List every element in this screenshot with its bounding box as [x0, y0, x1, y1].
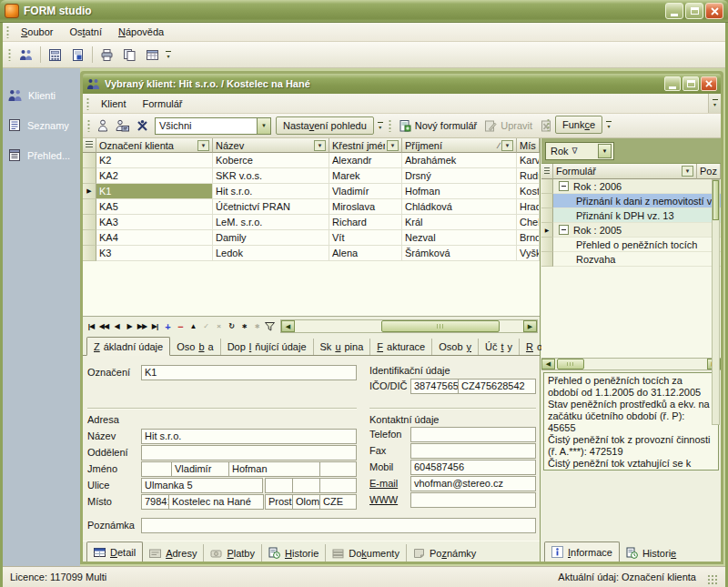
column-header-oznaceni[interactable]: Označení klienta▼ — [96, 138, 213, 153]
print-toolbar-button[interactable] — [96, 45, 118, 65]
form-item-label[interactable]: Přiznání k dani z nemovitostí vz — [553, 194, 721, 208]
menu-klient[interactable]: Klient — [93, 96, 135, 112]
collapse-icon[interactable] — [559, 181, 569, 191]
cell[interactable]: Vyšk — [517, 246, 540, 261]
nav-post-button[interactable]: ✓ — [199, 319, 212, 334]
tree-group-row[interactable]: ▶ Rok : 2005 — [541, 223, 721, 238]
tab-detail[interactable]: Detail — [86, 541, 143, 562]
tab-osoba[interactable]: Osoba — [170, 339, 219, 355]
tab-doplnujici-udaje[interactable]: Doplňující údaje — [220, 339, 313, 355]
group-field-rok[interactable]: Rok ∇ ▼ — [545, 142, 614, 160]
tree-item-row[interactable]: Rozvaha — [541, 252, 721, 267]
column-header-misto[interactable]: Místo — [517, 138, 540, 153]
scrollbar-track[interactable] — [555, 359, 707, 369]
grid-horizontal-scrollbar[interactable]: ◀ ▶ — [280, 319, 538, 333]
ulice-co-field[interactable] — [292, 478, 320, 493]
clients-toolbar-button[interactable] — [15, 45, 37, 65]
filter-dropdown-icon[interactable]: ▼ — [598, 144, 612, 158]
cell[interactable]: Damily — [213, 230, 329, 246]
view-filter-combobox[interactable]: Všichni ▼ — [155, 117, 271, 135]
poznamka-field[interactable] — [141, 518, 536, 533]
grid-row[interactable]: KA3 LeM. s.r.o. Richard Král Cheb — [83, 215, 540, 230]
misto-field[interactable]: Kostelec na Hané — [168, 494, 264, 510]
client-card-button[interactable] — [112, 116, 133, 136]
client-maximize-button[interactable] — [682, 76, 699, 91]
tree-group-row[interactable]: Rok : 2006 — [541, 179, 721, 194]
functions-button[interactable]: Funkce — [555, 116, 602, 134]
jmeno-field[interactable]: Vladimír — [171, 461, 229, 477]
column-chooser-button[interactable] — [83, 138, 96, 153]
tree-item-row[interactable]: Přiznání k DPH vz. 13 — [541, 208, 721, 223]
scroll-left-button[interactable]: ◀ — [541, 359, 555, 369]
cell[interactable]: Kost — [517, 184, 540, 199]
tab-historie-panel[interactable]: Historie — [620, 544, 682, 562]
tab-osoby[interactable]: Osoby — [431, 339, 478, 355]
cell[interactable]: Chládková — [402, 199, 517, 215]
cell[interactable]: Koberce — [213, 153, 329, 168]
cell[interactable]: Hofman — [402, 184, 517, 199]
mobil-field[interactable]: 604587456 — [410, 460, 536, 475]
grid-row[interactable]: KA4 Damily Vít Nezval Brno — [83, 230, 540, 246]
titul-pred-field[interactable] — [141, 461, 172, 477]
filter-dropdown-icon[interactable]: ▼ — [501, 140, 513, 151]
collapse-icon[interactable] — [559, 225, 569, 235]
forms-toolbar-button[interactable] — [66, 45, 89, 65]
copies-toolbar-button[interactable] — [118, 45, 141, 65]
form-item-label[interactable]: Přiznání k DPH vz. 13 — [553, 208, 721, 223]
menu-formular[interactable]: Formulář — [135, 96, 191, 112]
grid-row[interactable]: KA5 Účetnictví PRAN Miroslava Chládková … — [83, 199, 540, 215]
nav-last-button[interactable]: ▶| — [148, 319, 161, 334]
minimize-button[interactable] — [665, 3, 683, 19]
cell[interactable]: Richard — [329, 215, 402, 230]
cell[interactable]: Král — [402, 215, 517, 230]
www-field[interactable] — [410, 492, 536, 508]
nav-next-button[interactable]: ▶ — [123, 319, 136, 334]
filter-dropdown-icon[interactable]: ▼ — [387, 140, 399, 151]
cell[interactable]: KA5 — [96, 199, 213, 215]
cell[interactable]: Abrahámek — [402, 153, 517, 168]
toolbar-overflow-button[interactable]: ▾ — [164, 46, 173, 64]
toolbar-grip[interactable] — [8, 48, 11, 61]
ulice-ext-field[interactable] — [319, 478, 357, 493]
okres-field[interactable]: Prost — [265, 494, 293, 510]
cell[interactable]: Drsný — [402, 168, 517, 184]
forms-vertical-scrollbar[interactable] — [712, 179, 720, 425]
edit-form-button[interactable]: Upravit — [480, 116, 536, 136]
kraj-field[interactable]: Olom — [292, 494, 320, 510]
nazev-field[interactable]: Hit s.r.o. — [141, 429, 357, 444]
resize-grip[interactable] — [707, 574, 718, 585]
tab-zakladni-udaje[interactable]: Základní údaje — [86, 337, 170, 356]
client-delete-button[interactable] — [133, 116, 152, 136]
cell[interactable]: Hrad — [517, 199, 540, 215]
fax-field[interactable] — [410, 443, 536, 459]
sidebar-item-klienti[interactable]: Klienti — [3, 81, 80, 110]
nav-goto-bookmark-button[interactable]: ∗ — [250, 319, 263, 334]
stat-field[interactable]: CZE — [319, 494, 357, 510]
cell[interactable]: Rudr — [517, 168, 540, 184]
filter-dropdown-icon[interactable]: ▼ — [682, 166, 693, 177]
psc-field[interactable]: 79841 — [141, 494, 169, 510]
nav-insert-button[interactable]: + — [161, 319, 174, 334]
cell[interactable]: LeM. s.r.o. — [213, 215, 329, 230]
tree-item-row[interactable]: Přehled o peněžních tocích — [541, 238, 721, 252]
toolbar-grip[interactable] — [87, 119, 90, 132]
toolbar-grip[interactable] — [389, 119, 391, 132]
menubar-overflow-button[interactable]: ▾ — [708, 94, 721, 113]
scroll-left-button[interactable]: ◀ — [281, 320, 295, 332]
tab-informace[interactable]: Informace — [544, 541, 620, 562]
form-item-label[interactable]: Rozvaha — [553, 252, 721, 267]
cell[interactable]: Alexandr — [329, 153, 402, 168]
filter-dropdown-icon[interactable]: ▼ — [314, 140, 326, 151]
tree-item-row-selected[interactable]: Přiznání k dani z nemovitostí vz — [541, 194, 721, 208]
cell[interactable]: Vít — [329, 230, 402, 246]
tab-fakturace[interactable]: Fakturace — [369, 339, 431, 355]
column-header-nazev[interactable]: Název▼ — [213, 138, 329, 153]
scrollbar-track[interactable] — [295, 320, 523, 332]
cell[interactable]: Vladimír — [329, 184, 402, 199]
menubar-grip[interactable] — [6, 25, 9, 38]
cell[interactable]: KA2 — [96, 168, 213, 184]
client-minimize-button[interactable] — [664, 76, 681, 91]
lists-toolbar-button[interactable] — [44, 45, 66, 65]
tab-platby[interactable]: Platby — [203, 544, 261, 562]
toolbar-overflow-button[interactable]: ▾ — [604, 116, 613, 134]
